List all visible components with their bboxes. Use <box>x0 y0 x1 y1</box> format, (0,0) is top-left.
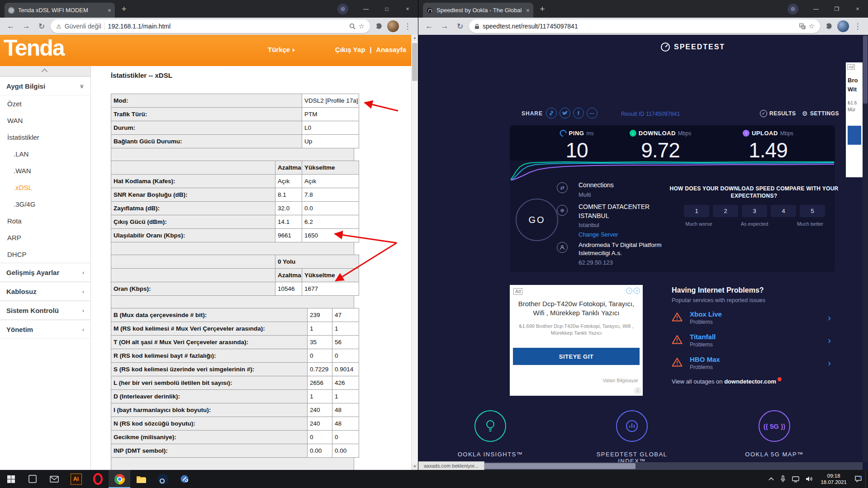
rating-button-1[interactable]: 1 <box>684 205 709 217</box>
ad-info-icon[interactable]: i <box>626 288 632 294</box>
tab-close-icon[interactable]: × <box>526 7 530 14</box>
service-link[interactable]: Titanfall <box>690 333 716 341</box>
rating-button-5[interactable]: 5 <box>800 205 825 217</box>
taskbar-app-illustrator[interactable]: Ai <box>65 470 87 488</box>
start-button[interactable] <box>0 470 22 488</box>
profile-avatar[interactable] <box>837 20 849 32</box>
horizontal-scrollbar[interactable] <box>418 462 863 470</box>
scroll-down-arrow-icon[interactable]: ▼ <box>412 464 418 470</box>
sidebar-item-geli-mi-ayarlar[interactable]: Gelişmiş Ayarlar› <box>0 263 90 282</box>
sidebar-item-arp[interactable]: ARP <box>0 229 90 246</box>
facebook-share-icon[interactable]: f <box>573 108 584 118</box>
vertical-scrollbar[interactable]: ▲ ▼ <box>411 35 418 470</box>
taskbar-app-mail[interactable] <box>43 470 65 488</box>
scroll-up-arrow-icon[interactable]: ▲ <box>412 35 418 41</box>
security-warning-icon[interactable]: ⚠ <box>56 23 62 30</box>
minimize-button[interactable]: — <box>806 0 826 18</box>
taskbar-app-utility[interactable] <box>174 470 195 488</box>
footer-item-speedtest-global-index[interactable]: SPEEDTEST GLOBAL INDEX™ <box>591 410 673 464</box>
sidebar-item-lan[interactable]: .LAN <box>0 146 90 162</box>
browser-profile-icon[interactable] <box>337 4 348 14</box>
rating-button-2[interactable]: 2 <box>713 205 738 217</box>
vertical-scrollbar[interactable] <box>863 35 868 462</box>
rating-button-4[interactable]: 4 <box>771 205 796 217</box>
reload-button[interactable]: ↻ <box>35 20 48 33</box>
link-share-icon[interactable] <box>546 108 557 118</box>
close-button[interactable]: × <box>397 0 418 18</box>
sidebar-item-wan[interactable]: .WAN <box>0 162 90 179</box>
lock-icon[interactable] <box>474 24 479 29</box>
zoom-icon[interactable] <box>349 23 356 29</box>
address-bar[interactable]: speedtest.net/result/11745097841 A文 ☆ <box>469 19 820 33</box>
sidebar-item-3g-4g[interactable]: .3G/4G <box>0 196 90 213</box>
tab-tenda[interactable]: Tenda xDSL WIFI MODEM × <box>5 3 115 18</box>
microphone-icon[interactable] <box>777 470 789 488</box>
taskbar-app-opera[interactable] <box>87 470 109 488</box>
sidebar-item-sistem-kontrol[interactable]: Sistem Kontrolü› <box>0 301 90 320</box>
close-button[interactable]: × <box>847 0 868 18</box>
side-ad-panel[interactable]: Ad Bro Wit ₺1.6 Mür <box>846 62 863 177</box>
problem-item-titanfall[interactable]: TitanfallProblems› <box>672 329 831 351</box>
sidebar-item-dhcp[interactable]: DHCP <box>0 246 90 263</box>
sidebar-collapse-button[interactable] <box>0 66 90 76</box>
settings-button[interactable]: ⚙ SETTINGS <box>802 110 839 117</box>
sidebar-item-zet[interactable]: Özet <box>0 95 90 112</box>
address-bar[interactable]: ⚠ Güvenli değil 192.168.1.1/main.html ☆ <box>51 19 370 33</box>
tab-close-icon[interactable]: × <box>108 7 111 14</box>
bookmark-star-icon[interactable]: ☆ <box>359 22 365 30</box>
browser-profile-icon[interactable] <box>787 4 798 14</box>
adchoices-icon[interactable]: i <box>634 387 641 394</box>
taskbar-app-chrome[interactable] <box>109 470 130 488</box>
ad-cta-button[interactable]: SITEYE GIT <box>513 348 640 365</box>
scrollbar-thumb[interactable] <box>863 36 868 104</box>
change-server-link[interactable]: Change Server <box>579 231 618 238</box>
sidebar-item-rota[interactable]: Rota <box>0 213 90 229</box>
taskbar-app-steam[interactable] <box>152 470 174 488</box>
results-button[interactable]: ✓ RESULTS <box>760 110 796 117</box>
new-tab-button[interactable]: + <box>118 3 130 15</box>
reload-button[interactable]: ↻ <box>454 20 466 33</box>
rating-button-3[interactable]: 3 <box>742 205 767 217</box>
menu-icon[interactable]: ⋮ <box>852 22 863 31</box>
menu-icon[interactable]: ⋮ <box>402 22 413 31</box>
translate-icon[interactable]: A文 <box>799 23 806 29</box>
forward-button[interactable]: → <box>438 20 451 33</box>
extensions-icon[interactable] <box>823 23 835 30</box>
sidebar-item-xdsl[interactable]: .xDSL <box>0 179 90 196</box>
sidebar-item-ayg-t-bilgisi[interactable]: Aygıt Bilgisi∨ <box>0 76 90 95</box>
service-link[interactable]: Xbox Live <box>690 310 722 318</box>
taskbar-app-task-view[interactable] <box>22 470 43 488</box>
network-icon[interactable] <box>789 470 802 488</box>
back-button[interactable]: ← <box>423 20 436 33</box>
language-selector[interactable]: Türkçe <box>268 46 295 53</box>
taskbar-app-file-explorer[interactable] <box>130 470 152 488</box>
restore-button[interactable]: ❐ <box>826 0 847 18</box>
tray-chevron-up-icon[interactable] <box>765 470 777 488</box>
go-button[interactable]: GO <box>516 199 558 241</box>
taskbar-clock[interactable]: 09:18 18.07.2021 <box>816 473 851 485</box>
show-desktop-button[interactable] <box>865 470 868 488</box>
home-link[interactable]: Anasayfa <box>376 46 406 53</box>
more-share-icon[interactable]: ••• <box>587 108 598 118</box>
footer-item-ookla-5g-map[interactable]: (( 5G ))OOKLA 5G MAP™ <box>734 410 815 458</box>
volume-icon[interactable] <box>802 470 816 488</box>
side-ad-button[interactable] <box>848 126 861 145</box>
forward-button[interactable]: → <box>20 20 33 33</box>
profile-avatar[interactable] <box>387 20 399 32</box>
minimize-button[interactable]: — <box>356 0 376 18</box>
maximize-button[interactable]: □ <box>376 0 397 18</box>
back-button[interactable]: ← <box>5 20 17 33</box>
sidebar-item-i-statistikler[interactable]: İstatistikler <box>0 129 90 146</box>
sidebar-item-kablosuz[interactable]: Kablosuz› <box>0 282 90 301</box>
notification-center-icon[interactable] <box>851 470 865 488</box>
extensions-icon[interactable] <box>373 23 384 30</box>
problem-item-hbo-max[interactable]: HBO MaxProblems› <box>672 351 831 374</box>
sidebar-item-y-netim[interactable]: Yönetim› <box>0 320 90 339</box>
scrollbar-thumb[interactable] <box>412 43 417 81</box>
logout-link[interactable]: Çıkış Yap <box>335 46 365 53</box>
ad-card[interactable]: Ad i x Brother Dcp-T420w Fotokopi, Taray… <box>510 285 643 396</box>
ad-close-icon[interactable]: x <box>634 288 640 294</box>
tab-speedtest[interactable]: Speedtest by Ookla - The Global × <box>423 3 533 18</box>
service-link[interactable]: HBO Max <box>690 355 720 363</box>
twitter-share-icon[interactable] <box>560 108 570 118</box>
